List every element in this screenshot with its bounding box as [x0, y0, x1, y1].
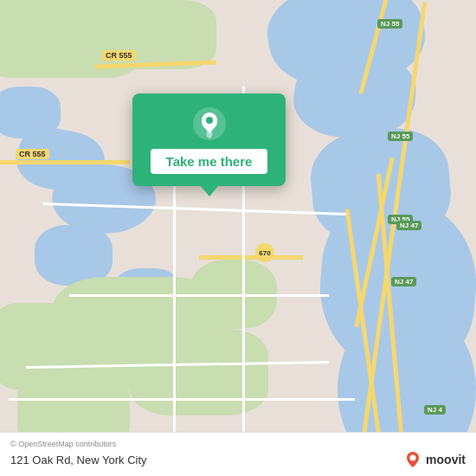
moovit-logo-icon — [403, 450, 422, 469]
address-row: 121 Oak Rd, New York City moovit — [10, 450, 466, 469]
map-background: CR 555 CR 555 NJ 55 NJ 55 NJ 55 NJ 47 NJ… — [0, 0, 476, 476]
svg-point-4 — [410, 455, 416, 461]
location-pin-icon — [193, 107, 226, 140]
location-popup: Take me there — [132, 93, 286, 186]
road-label-nj55-upper: NJ 55 — [388, 132, 413, 141]
bottom-bar: © OpenStreetMap contributors 121 Oak Rd,… — [0, 432, 476, 476]
moovit-logo-text: moovit — [426, 453, 466, 466]
take-me-there-button[interactable]: Take me there — [151, 149, 268, 174]
road-label-cr555-left: CR 555 — [16, 149, 49, 159]
svg-point-3 — [206, 117, 213, 124]
address-text: 121 Oak Rd, New York City — [10, 453, 147, 466]
map-attribution: © OpenStreetMap contributors — [10, 440, 466, 448]
road-badge-670: 670 — [255, 243, 274, 262]
road-label-nj47-bottom: NJ 4 — [424, 405, 446, 415]
road-label-nj55-top: NJ 55 — [377, 19, 402, 29]
road-label-nj47-lower: NJ 47 — [391, 277, 416, 286]
road-label-cr555-top: CR 555 — [102, 50, 136, 61]
map-container: CR 555 CR 555 NJ 55 NJ 55 NJ 55 NJ 47 NJ… — [0, 0, 476, 476]
road-label-nj47-upper: NJ 47 — [396, 221, 421, 230]
moovit-logo: moovit — [403, 450, 466, 469]
